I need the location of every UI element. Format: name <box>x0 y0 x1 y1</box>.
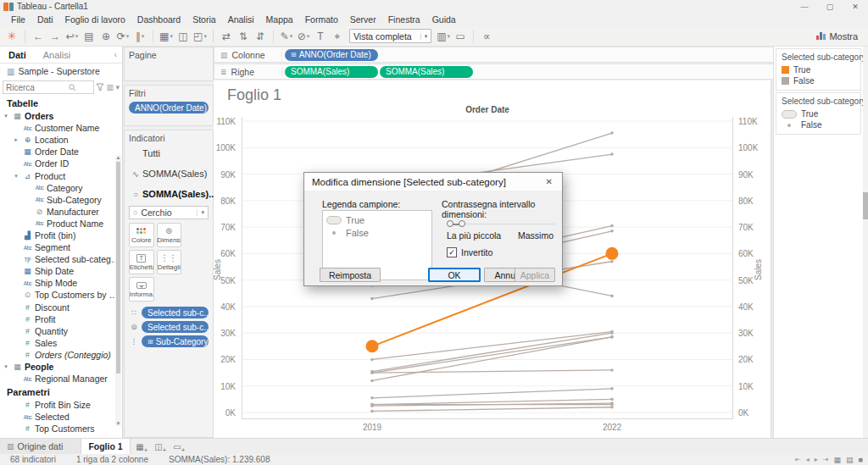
chevron-down-icon[interactable]: ▾ <box>197 209 204 216</box>
grid-view-icon[interactable]: ▦ <box>834 456 842 464</box>
prev-page-icon[interactable]: ◂ <box>806 456 810 463</box>
field-quantity[interactable]: # Quantity <box>0 325 122 337</box>
clear-sheet-icon[interactable]: ◰▾ <box>192 30 209 43</box>
rows-pill-somma-sales-1[interactable]: SOMMA(Sales) <box>380 66 473 78</box>
label-button[interactable]: T Etichetta <box>129 250 154 274</box>
share-workbook-icon[interactable]: ∝ <box>478 30 495 43</box>
pause-icon[interactable]: ∥▾ <box>131 30 148 43</box>
field-profit[interactable]: # Profit <box>0 313 122 325</box>
scroll-up-icon[interactable]: ▲ <box>115 155 121 160</box>
menu-file[interactable]: File <box>5 14 31 25</box>
tab-dati[interactable]: Dati <box>0 48 35 62</box>
datasource-tab[interactable]: ▥ Origine dati <box>0 439 81 454</box>
field-product-name[interactable]: Abc Product Name <box>0 218 122 230</box>
color-legend[interactable]: Selected sub-categoryTrueFalse <box>776 48 861 91</box>
fix-axes-icon[interactable]: ⌖ <box>329 30 346 43</box>
refresh-icon[interactable]: ⟳▾ <box>114 30 131 43</box>
field-segment[interactable]: Abc Segment <box>0 241 122 253</box>
size-button[interactable]: ⊚ Dimensi... <box>157 223 182 247</box>
menu-dashboard[interactable]: Dashboard <box>131 14 186 25</box>
menu-dati[interactable]: Dati <box>31 14 59 25</box>
datasource-item[interactable]: ▥ Sample - Superstore <box>0 64 122 79</box>
close-icon[interactable]: ✕ <box>843 3 868 11</box>
field-customer-name[interactable]: Abc Customer Name <box>0 122 122 134</box>
scrollbar-thumb[interactable] <box>116 162 120 374</box>
presentation-mode-icon[interactable]: ▭ <box>452 30 469 43</box>
inverted-checkbox[interactable]: ✓ Invertito <box>447 247 492 257</box>
new-dashboard-icon[interactable]: ◫+ <box>149 439 168 454</box>
new-worksheet-icon[interactable]: ▦▾ <box>158 30 175 43</box>
menu-foglio-di-lavoro[interactable]: Foglio di lavoro <box>59 14 131 25</box>
dialog-legend-item-true[interactable]: True <box>326 213 428 226</box>
mark-layer-tutti[interactable]: Tutti <box>129 143 209 163</box>
tab-foglio-1[interactable]: Foglio 1 <box>81 439 131 454</box>
rows-shelf[interactable]: ≣Righe SOMMA(Sales) SOMMA(Sales) <box>214 64 863 80</box>
new-story-icon[interactable]: ▭+ <box>168 439 186 454</box>
reset-button[interactable]: Reimposta <box>320 268 381 282</box>
legend-item-true[interactable]: True <box>782 64 855 75</box>
color-button[interactable]: Colore <box>129 223 154 247</box>
menu-finestra[interactable]: Finestra <box>382 14 426 25</box>
legend-item-false[interactable]: False <box>782 119 855 130</box>
field-profit-bin-size[interactable]: # Profit Bin Size <box>0 399 122 411</box>
field-profit-bin[interactable]: ▟ Profit (bin) <box>0 230 122 241</box>
columns-pill-anno-order-date[interactable]: ⊞ ANNO(Order Date) <box>285 49 378 61</box>
duplicate-sheet-icon[interactable]: ◫ <box>175 30 192 43</box>
chevron-down-icon[interactable]: ▾ <box>12 173 20 180</box>
field-orders[interactable]: ▾ ▦ Orders <box>0 110 122 122</box>
field-order-id[interactable]: Abc Order ID <box>0 158 122 169</box>
search-input[interactable] <box>6 83 69 92</box>
menu-analisi[interactable]: Analisi <box>222 14 260 25</box>
field-selected[interactable]: Abc Selected <box>0 411 122 423</box>
replay-icon[interactable]: ↩▾ <box>64 30 81 43</box>
view-options-icon[interactable]: ▥ ▾ <box>106 83 120 91</box>
last-page-icon[interactable]: ⇥ <box>823 456 829 463</box>
chevron-down-icon[interactable]: ▾ <box>420 33 428 40</box>
forward-icon[interactable]: → <box>47 30 64 43</box>
field-people[interactable]: ▾ ▦ People <box>0 361 122 373</box>
marks-pill-sub-category-2[interactable]: ⊞ Sub-Category <box>142 335 209 347</box>
apply-button[interactable]: Applica <box>515 268 555 282</box>
chevron-down-icon[interactable]: ▾ <box>2 363 10 370</box>
field-regional-manager[interactable]: Abc Regional Manager <box>0 373 122 385</box>
first-page-icon[interactable]: ⇤ <box>795 456 801 463</box>
scroll-down-icon[interactable]: ▼ <box>115 421 121 426</box>
minimize-icon[interactable]: — <box>792 3 817 11</box>
mark-type-dropdown[interactable]: ○ Cerchio ▾ <box>129 206 209 219</box>
add-data-icon[interactable]: ⊕ <box>97 30 114 43</box>
sort-ascending-icon[interactable]: ⇅ <box>235 30 252 43</box>
size-range-slider[interactable] <box>447 220 555 228</box>
field-order-date[interactable]: ▦ Order Date <box>0 146 122 158</box>
field-discount[interactable]: # Discount <box>0 302 122 313</box>
search-box[interactable] <box>3 80 94 94</box>
menu-storia[interactable]: Storia <box>186 14 221 25</box>
marks-card[interactable]: Indicatori Tutti ∿ SOMMA(Sales) ○ SOMMA(… <box>124 130 214 438</box>
show-cards-icon[interactable]: ▥▾ <box>435 30 452 43</box>
field-location[interactable]: ▸ ⊕ Location <box>0 134 122 146</box>
back-icon[interactable]: ← <box>30 30 47 43</box>
marks-pill-selected-sub-c-0[interactable]: Selected sub-c.. <box>142 307 209 318</box>
new-worksheet-icon[interactable]: ▦+ <box>131 439 149 454</box>
fields-scrollbar[interactable]: ▲ ▼ <box>115 155 121 426</box>
vertical-scrollbar[interactable] <box>863 47 868 438</box>
field-sub-category[interactable]: Abc Sub-Category <box>0 194 122 206</box>
filter-icon[interactable] <box>96 83 104 91</box>
filmstrip-view-icon[interactable]: ■ <box>859 456 863 464</box>
field-sales[interactable]: # Sales <box>0 337 122 349</box>
maximize-icon[interactable]: ▢ <box>817 3 843 11</box>
dialog-legend-item-false[interactable]: False <box>326 226 428 239</box>
save-icon[interactable]: ▤ <box>81 30 97 43</box>
filter-pill-anno-order-date[interactable]: ANNO(Order Date) <box>129 102 209 113</box>
field-top-customers[interactable]: # Top Customers <box>0 423 122 435</box>
legend-item-true[interactable]: True <box>782 108 855 119</box>
chevron-right-icon[interactable]: ▸ <box>12 136 20 143</box>
format-link-icon[interactable]: ⊘▾ <box>295 30 312 43</box>
menu-guida[interactable]: Guida <box>426 14 462 25</box>
sort-descending-icon[interactable]: ⇵ <box>252 30 269 43</box>
columns-shelf[interactable]: ▥Colonne ⊞ ANNO(Order Date) <box>214 47 863 63</box>
chevron-down-icon[interactable]: ▾ <box>2 113 10 119</box>
menu-mappa[interactable]: Mappa <box>260 14 299 25</box>
checkbox-check-icon[interactable]: ✓ <box>447 247 457 257</box>
size-legend[interactable]: Selected sub-categoryTrueFalse <box>776 92 861 135</box>
scrollbar-thumb[interactable] <box>863 192 868 219</box>
